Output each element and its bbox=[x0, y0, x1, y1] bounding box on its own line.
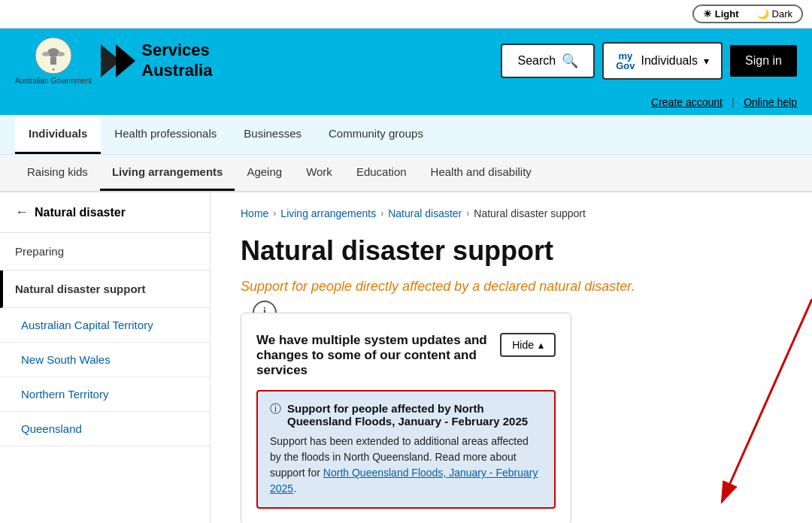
alert-info-icon: ⓘ bbox=[270, 402, 281, 416]
header-individuals-label: Individuals bbox=[641, 54, 698, 68]
mygov-line2: Gov bbox=[616, 61, 635, 71]
govt-label: Australian Government bbox=[15, 77, 92, 85]
sidebar-item-natural-disaster-support[interactable]: Natural disaster support bbox=[0, 271, 210, 308]
header-actions: Search 🔍 my Gov Individuals Sign in bbox=[501, 42, 797, 80]
info-box-wrapper: i We have multiple system updates and ch… bbox=[241, 313, 782, 523]
sign-in-button[interactable]: Sign in bbox=[730, 45, 797, 77]
account-bar: Create account | Online help bbox=[0, 92, 812, 115]
search-button[interactable]: Search 🔍 bbox=[501, 44, 595, 78]
sun-icon: ☀ bbox=[703, 8, 712, 20]
breadcrumb: Home › Living arrangements › Natural dis… bbox=[241, 207, 782, 219]
primary-nav-businesses[interactable]: Businesses bbox=[230, 115, 315, 154]
sign-in-label: Sign in bbox=[745, 54, 782, 67]
main-content: Home › Living arrangements › Natural dis… bbox=[211, 192, 812, 523]
online-help-link[interactable]: Online help bbox=[744, 96, 797, 108]
secondary-nav-ageing[interactable]: Ageing bbox=[235, 155, 294, 191]
secondary-nav-raising-kids[interactable]: Raising kids bbox=[15, 155, 100, 191]
alert-card: ⓘ Support for people affected by North Q… bbox=[256, 390, 556, 509]
light-label: Light bbox=[715, 8, 739, 20]
breadcrumb-current: Natural disaster support bbox=[474, 207, 586, 219]
light-theme-button[interactable]: ☀ Light bbox=[694, 6, 748, 22]
breadcrumb-sep-2: › bbox=[380, 208, 383, 219]
sidebar-section-label: Natural disaster bbox=[35, 206, 126, 219]
alert-header: ⓘ Support for people affected by North Q… bbox=[270, 402, 542, 428]
moon-icon: 🌙 bbox=[757, 8, 769, 20]
sidebar-item-act[interactable]: Australian Capital Territory bbox=[0, 308, 210, 343]
chevron-up-icon bbox=[538, 339, 544, 351]
breadcrumb-living-arrangements[interactable]: Living arrangements bbox=[280, 207, 376, 219]
content-area: ← Natural disaster Preparing Natural dis… bbox=[0, 192, 812, 523]
breadcrumb-home[interactable]: Home bbox=[241, 207, 268, 219]
primary-nav-individuals[interactable]: Individuals bbox=[15, 115, 101, 154]
theme-toggle-bar: ☀ Light 🌙 Dark bbox=[0, 0, 812, 29]
mygov-logo: my Gov bbox=[616, 51, 635, 71]
info-box-header: We have multiple system updates and chan… bbox=[256, 333, 556, 378]
svg-point-3 bbox=[42, 52, 50, 56]
search-label: Search bbox=[517, 54, 556, 68]
create-account-link[interactable]: Create account bbox=[651, 96, 723, 108]
alert-title: Support for people affected by North Que… bbox=[287, 402, 542, 428]
hide-button[interactable]: Hide bbox=[500, 333, 556, 357]
account-bar-separator: | bbox=[732, 95, 735, 109]
sidebar-item-nsw[interactable]: New South Wales bbox=[0, 343, 210, 377]
arrow2 bbox=[116, 44, 135, 77]
back-arrow-icon: ← bbox=[15, 204, 29, 220]
secondary-nav-living-arrangements[interactable]: Living arrangements bbox=[100, 155, 235, 191]
primary-nav: Individuals Health professionals Busines… bbox=[0, 115, 812, 155]
sidebar-section-header[interactable]: ← Natural disaster bbox=[0, 192, 210, 233]
svg-point-4 bbox=[57, 52, 65, 56]
services-name-line2: Australia bbox=[141, 61, 212, 80]
sidebar: ← Natural disaster Preparing Natural dis… bbox=[0, 192, 211, 523]
sidebar-item-preparing[interactable]: Preparing bbox=[0, 233, 210, 271]
chevron-down-icon bbox=[704, 54, 709, 68]
info-box: We have multiple system updates and chan… bbox=[241, 313, 571, 523]
primary-nav-health-professionals[interactable]: Health professionals bbox=[101, 115, 230, 154]
secondary-nav-health-disability[interactable]: Health and disability bbox=[419, 155, 544, 191]
page-subtitle: Support for people directly affected by … bbox=[241, 279, 782, 295]
alert-body-suffix: . bbox=[293, 482, 296, 494]
mygov-line1: my bbox=[616, 51, 635, 61]
svg-point-1 bbox=[47, 48, 59, 57]
dark-theme-button[interactable]: 🌙 Dark bbox=[748, 6, 801, 22]
secondary-nav: Raising kids Living arrangements Ageing … bbox=[0, 155, 812, 192]
breadcrumb-natural-disaster[interactable]: Natural disaster bbox=[388, 207, 462, 219]
search-icon: 🔍 bbox=[562, 53, 578, 69]
secondary-nav-education[interactable]: Education bbox=[344, 155, 419, 191]
header-logo-area: ★ Australian Government Services Austral… bbox=[15, 36, 212, 85]
breadcrumb-sep-1: › bbox=[273, 208, 276, 219]
dark-label: Dark bbox=[772, 8, 792, 20]
services-name-text: Services Australia bbox=[141, 41, 212, 80]
sidebar-item-nt[interactable]: Northern Territory bbox=[0, 377, 210, 412]
theme-toggle-group: ☀ Light 🌙 Dark bbox=[692, 5, 803, 23]
breadcrumb-sep-3: › bbox=[466, 208, 469, 219]
mygov-button[interactable]: my Gov Individuals bbox=[602, 42, 723, 80]
svg-rect-2 bbox=[50, 57, 56, 65]
secondary-nav-work[interactable]: Work bbox=[294, 155, 344, 191]
page-title: Natural disaster support bbox=[241, 234, 782, 267]
govt-logo[interactable]: ★ Australian Government bbox=[15, 36, 92, 85]
crest-svg: ★ bbox=[34, 36, 73, 75]
sidebar-item-qld[interactable]: Queensland bbox=[0, 412, 210, 446]
services-arrows bbox=[101, 44, 135, 77]
site-header: ★ Australian Government Services Austral… bbox=[0, 29, 812, 92]
hide-label: Hide bbox=[512, 339, 534, 351]
alert-body: Support has been extended to additional … bbox=[270, 434, 542, 497]
primary-nav-community-groups[interactable]: Community groups bbox=[315, 115, 437, 154]
services-name-line1: Services bbox=[141, 41, 210, 59]
info-box-title: We have multiple system updates and chan… bbox=[256, 333, 491, 378]
services-logo[interactable]: Services Australia bbox=[101, 41, 212, 80]
